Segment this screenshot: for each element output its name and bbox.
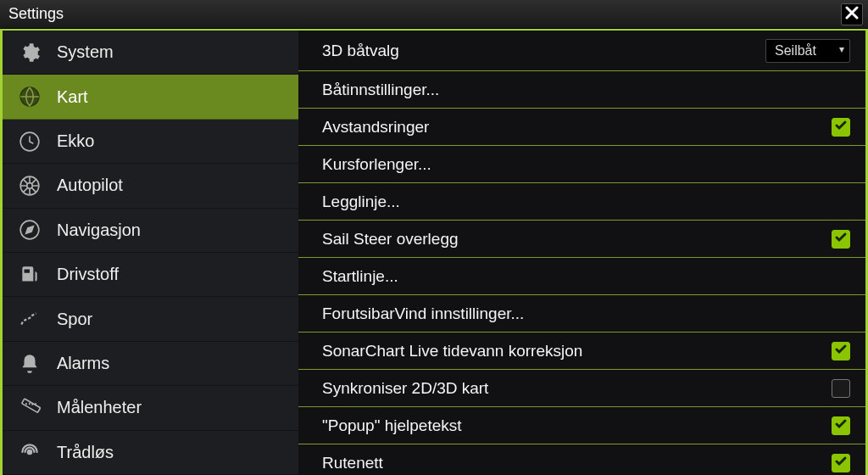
sidebar-item-label: Målenheter [57,398,142,417]
window-title: Settings [8,5,64,23]
globe-icon [18,85,42,109]
sidebar-item-autopilot[interactable]: Autopilot [3,164,298,208]
gear-icon [18,41,42,64]
sidebar-item-alarms[interactable]: Alarms [3,342,298,386]
check-icon [834,342,848,360]
wheel-icon [18,174,42,198]
body: System Kart Ekko Autopilot [0,29,868,475]
checkbox[interactable] [832,118,850,137]
setting-popup-help[interactable]: "Popup" hjelpetekst [298,407,865,444]
close-button[interactable] [841,3,863,25]
setting-laylines[interactable]: Legglinje... [298,183,865,221]
sidebar-item-label: Kart [57,87,88,107]
sidebar-item-label: Autopilot [57,176,123,195]
sidebar-item-label: System [57,42,114,62]
sidebar-item-label: Ekko [57,131,94,151]
checkbox[interactable] [832,454,850,472]
sidebar-item-label: Drivstoff [57,265,119,284]
ruler-icon [18,396,42,420]
setting-course-extension[interactable]: Kursforlenger... [298,146,865,183]
sidebar-item-fuel[interactable]: Drivstoff [3,253,298,297]
titlebar: Settings [0,0,868,29]
checkbox[interactable] [832,379,850,398]
fuel-icon [18,263,42,287]
sonar-icon [18,130,42,154]
setting-label: SonarChart Live tidevann korreksjon [322,342,582,360]
setting-label: ForutsibarVind innstillinger... [322,305,524,323]
track-icon [18,307,42,331]
setting-sonarchart-tide[interactable]: SonarChart Live tidevann korreksjon [298,332,865,370]
setting-sync-2d3d[interactable]: Synkroniser 2D/3D kart [298,370,865,407]
checkbox[interactable] [832,416,850,435]
sidebar-item-navigation[interactable]: Navigasjon [3,209,298,253]
sidebar-item-wireless[interactable]: Trådløs [3,431,298,475]
sidebar: System Kart Ekko Autopilot [0,31,298,475]
svg-rect-5 [22,399,41,412]
sidebar-item-echo[interactable]: Ekko [3,120,298,164]
setting-predictwind[interactable]: ForutsibarVind innstillinger... [298,295,865,332]
setting-label: Kursforlenger... [322,155,431,174]
wireless-icon [18,440,42,464]
setting-boat-settings[interactable]: Båtinnstillinger... [298,71,865,109]
sidebar-item-label: Alarms [57,354,109,373]
setting-sailsteer-overlay[interactable]: Sail Steer overlegg [298,221,865,258]
setting-label: 3D båtvalg [322,42,399,60]
settings-window: Settings System Kart [0,0,868,475]
setting-label: Legglinje... [322,193,400,211]
sidebar-item-tracks[interactable]: Spor [3,297,298,341]
setting-label: Rutenett [322,454,383,472]
sidebar-item-chart[interactable]: Kart [3,75,298,119]
check-icon [834,230,848,249]
sidebar-item-label: Spor [57,310,92,329]
check-icon [834,416,848,435]
sidebar-item-system[interactable]: System [3,31,298,75]
svg-point-6 [28,450,31,454]
sidebar-item-label: Trådløs [57,443,114,462]
boat-select[interactable]: Seilbåt [765,39,850,63]
setting-range-rings[interactable]: Avstandsringer [298,109,865,146]
setting-label: Avstandsringer [322,118,429,137]
setting-label: "Popup" hjelpetekst [322,416,462,435]
sidebar-item-units[interactable]: Målenheter [3,386,298,430]
setting-3d-boat-selection[interactable]: 3D båtvalg Seilbåt [298,31,865,71]
checkbox[interactable] [832,342,850,360]
setting-label: Synkroniser 2D/3D kart [322,379,488,398]
setting-grid[interactable]: Rutenett [298,444,865,475]
check-icon [834,454,848,472]
checkbox[interactable] [832,230,850,249]
setting-label: Sail Steer overlegg [322,230,459,249]
setting-label: Startlinje... [322,267,398,286]
setting-label: Båtinnstillinger... [322,81,439,99]
check-icon [834,118,848,137]
bell-icon [18,352,42,376]
sidebar-item-label: Navigasjon [57,221,141,240]
setting-startline[interactable]: Startlinje... [298,258,865,295]
close-icon [845,6,859,23]
compass-icon [18,218,42,242]
settings-panel: 3D båtvalg Seilbåt Båtinnstillinger... A… [298,31,868,475]
